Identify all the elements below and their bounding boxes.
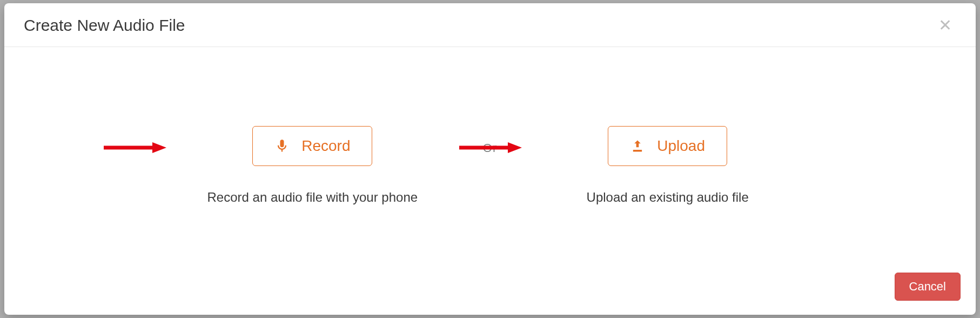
upload-button[interactable]: Upload <box>608 126 727 166</box>
upload-description: Upload an existing audio file <box>587 190 749 205</box>
record-button[interactable]: Record <box>252 126 372 166</box>
upload-button-label: Upload <box>657 137 705 155</box>
cancel-button[interactable]: Cancel <box>895 273 961 301</box>
options-separator: - Or - <box>474 141 505 155</box>
svg-marker-3 <box>508 142 522 153</box>
svg-marker-1 <box>152 142 166 153</box>
modal-title: Create New Audio File <box>24 16 185 35</box>
close-button[interactable]: ✕ <box>934 17 956 34</box>
modal-footer: Cancel <box>4 273 976 315</box>
upload-option: Upload Upload an existing audio file <box>527 126 808 205</box>
microphone-icon <box>274 138 290 154</box>
close-icon: ✕ <box>938 16 952 34</box>
record-button-label: Record <box>301 137 350 155</box>
upload-icon <box>630 138 645 154</box>
audio-options: Record Record an audio file with your ph… <box>26 126 954 205</box>
record-option: Record Record an audio file with your ph… <box>172 126 453 205</box>
modal-header: Create New Audio File ✕ <box>4 3 976 47</box>
annotation-arrow-icon <box>102 141 166 154</box>
modal-body: Record Record an audio file with your ph… <box>4 47 976 273</box>
record-description: Record an audio file with your phone <box>207 190 418 205</box>
create-audio-modal: Create New Audio File ✕ Rec <box>4 3 976 315</box>
